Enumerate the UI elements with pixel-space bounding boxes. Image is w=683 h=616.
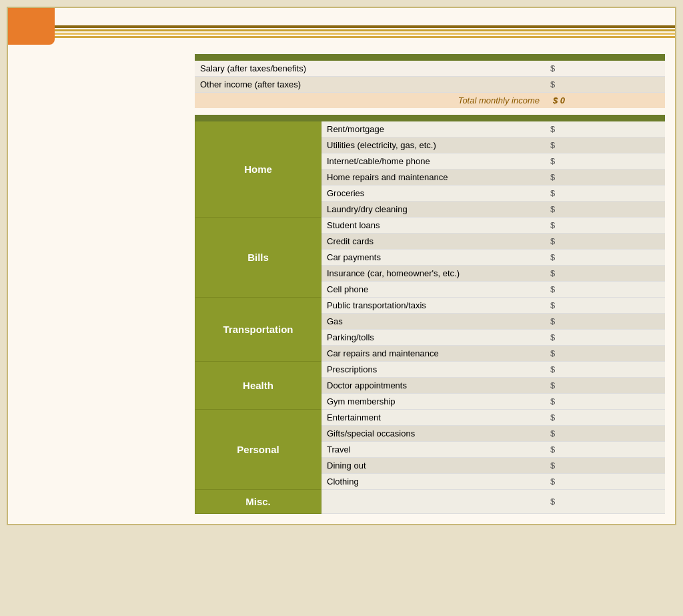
right-panel: Salary (after taxes/benefits) $ Other in…: [195, 54, 665, 514]
expenses-table-transportation: Public transportation/taxis $ Gas $ Park…: [321, 298, 665, 362]
misc-label: [321, 490, 545, 513]
expenses-monthly-header: [545, 115, 665, 121]
expense-row-value[interactable]: $: [545, 362, 665, 378]
expense-row-label: Car repairs and maintenance: [321, 346, 545, 362]
income-row-label: Salary (after taxes/benefits): [195, 61, 545, 77]
expense-row: Gym membership $: [321, 394, 665, 410]
expenses-header-row: [195, 115, 665, 121]
expense-row-label: Insurance (car, homeowner's, etc.): [321, 266, 545, 282]
expense-row: Car repairs and maintenance $: [321, 346, 665, 362]
main-content: Salary (after taxes/benefits) $ Other in…: [8, 41, 675, 524]
expense-row-value[interactable]: $: [545, 474, 665, 490]
expenses-label-header: [321, 115, 545, 121]
expense-row-value[interactable]: $: [545, 442, 665, 458]
expense-row-value[interactable]: $: [545, 250, 665, 266]
expense-row: Credit cards $: [321, 234, 665, 250]
expenses-table-personal: Entertainment $ Gifts/special occasions …: [321, 410, 665, 490]
category-label-personal: Personal: [195, 410, 321, 490]
income-header-row: [195, 54, 665, 61]
page-wrapper: Salary (after taxes/benefits) $ Other in…: [7, 7, 676, 525]
header: [8, 8, 675, 23]
expense-row-value[interactable]: $: [545, 137, 665, 153]
expense-row: Home repairs and maintenance $: [321, 170, 665, 186]
expense-row-label: Public transportation/taxis: [321, 298, 545, 314]
expense-row-label: Doctor appointments: [321, 378, 545, 394]
expense-row-value[interactable]: $: [545, 378, 665, 394]
income-row-value[interactable]: $: [545, 77, 665, 93]
expense-row: Doctor appointments $: [321, 378, 665, 394]
line-4: [8, 36, 675, 38]
expense-row-value[interactable]: $: [545, 153, 665, 170]
expense-row-label: Clothing: [321, 474, 545, 490]
category-label-home: Home: [195, 121, 321, 218]
category-block-transportation: Transportation Public transportation/tax…: [195, 298, 665, 362]
expense-row-label: Credit cards: [321, 234, 545, 250]
total-label: Total monthly income: [195, 93, 545, 109]
category-rows-bills: Student loans $ Credit cards $ Car payme…: [321, 218, 665, 298]
expenses-table-misc: $: [321, 490, 665, 514]
expense-row-value[interactable]: $: [545, 426, 665, 442]
expense-row-label: Student loans: [321, 218, 545, 234]
income-table: Salary (after taxes/benefits) $ Other in…: [195, 54, 665, 108]
corner-tab: [8, 8, 55, 45]
expense-row: Prescriptions $: [321, 362, 665, 378]
expense-row-label: Laundry/dry cleaning: [321, 202, 545, 218]
expense-row: Student loans $: [321, 218, 665, 234]
expense-row-value[interactable]: $: [545, 458, 665, 474]
expense-row-value[interactable]: $: [545, 410, 665, 426]
income-section: Salary (after taxes/benefits) $ Other in…: [195, 54, 665, 108]
expense-row: Car payments $: [321, 250, 665, 266]
expense-row-label: Groceries: [321, 186, 545, 202]
expenses-header-table: [195, 115, 665, 121]
line-2: [8, 29, 675, 31]
expense-row-label: Home repairs and maintenance: [321, 170, 545, 186]
expense-row-label: Gym membership: [321, 394, 545, 410]
expense-row-value[interactable]: $: [545, 202, 665, 218]
expense-row-label: Prescriptions: [321, 362, 545, 378]
category-rows-health: Prescriptions $ Doctor appointments $ Gy…: [321, 362, 665, 410]
expense-row-value[interactable]: $: [545, 346, 665, 362]
expense-row-value[interactable]: $: [545, 282, 665, 298]
expense-row-label: Parking/tolls: [321, 330, 545, 346]
expenses-table-bills: Student loans $ Credit cards $ Car payme…: [321, 218, 665, 298]
category-rows-misc.: $: [321, 490, 665, 514]
expense-row-label: Rent/mortgage: [321, 121, 545, 137]
category-block-bills: Bills Student loans $ Credit cards $ Car…: [195, 218, 665, 298]
expense-row: Dining out $: [321, 458, 665, 474]
expense-row: Internet/cable/home phone $: [321, 153, 665, 170]
expenses-table-health: Prescriptions $ Doctor appointments $ Gy…: [321, 362, 665, 410]
misc-value[interactable]: $: [545, 490, 665, 513]
income-total-row: Total monthly income $ 0: [195, 93, 665, 109]
expense-row-value[interactable]: $: [545, 234, 665, 250]
expense-row-value[interactable]: $: [545, 218, 665, 234]
expense-row-value[interactable]: $: [545, 394, 665, 410]
expense-row-label: Internet/cable/home phone: [321, 153, 545, 170]
category-label-transportation: Transportation: [195, 298, 321, 362]
expense-row: Cell phone $: [321, 282, 665, 298]
expense-row-value[interactable]: $: [545, 121, 665, 137]
income-row: Other income (after taxes) $: [195, 77, 665, 93]
expense-row-label: Entertainment: [321, 410, 545, 426]
income-row-value[interactable]: $: [545, 61, 665, 77]
expense-row-label: Utilities (electricity, gas, etc.): [321, 137, 545, 153]
expense-row-value[interactable]: $: [545, 170, 665, 186]
category-block-misc.: Misc. $: [195, 490, 665, 514]
expense-row: Insurance (car, homeowner's, etc.) $: [321, 266, 665, 282]
expense-row: Rent/mortgage $: [321, 121, 665, 137]
line-3: [8, 33, 675, 35]
total-value[interactable]: $ 0: [545, 93, 665, 109]
expense-row: Utilities (electricity, gas, etc.) $: [321, 137, 665, 153]
expense-row: Entertainment $: [321, 410, 665, 426]
expense-row: Groceries $: [321, 186, 665, 202]
category-label-health: Health: [195, 362, 321, 410]
expense-row-value[interactable]: $: [545, 298, 665, 314]
expense-row: Gifts/special occasions $: [321, 426, 665, 442]
expense-row-value[interactable]: $: [545, 314, 665, 330]
decorative-lines: [8, 23, 675, 41]
expense-row: Parking/tolls $: [321, 330, 665, 346]
income-row-label: Other income (after taxes): [195, 77, 545, 93]
expense-row-value[interactable]: $: [545, 330, 665, 346]
category-rows-home: Rent/mortgage $ Utilities (electricity, …: [321, 121, 665, 218]
expense-row-value[interactable]: $: [545, 266, 665, 282]
expense-row-value[interactable]: $: [545, 186, 665, 202]
